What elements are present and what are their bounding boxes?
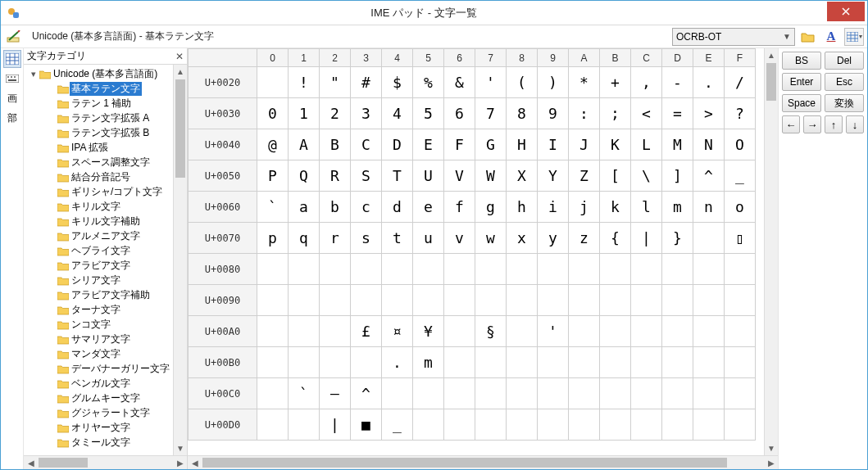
scroll-thumb[interactable] [766, 63, 776, 101]
char-cell[interactable]: k [600, 192, 631, 223]
char-cell[interactable]: d [382, 192, 413, 223]
char-cell[interactable]: f [444, 192, 475, 223]
char-cell[interactable]: & [444, 67, 475, 98]
char-cell[interactable] [662, 409, 693, 441]
tree-item[interactable]: キリル文字補助 [24, 214, 187, 228]
char-cell[interactable] [662, 254, 693, 285]
char-cell[interactable]: i [538, 192, 569, 223]
char-cell[interactable] [320, 316, 351, 347]
scroll-thumb[interactable] [202, 458, 727, 468]
char-cell[interactable]: S [351, 160, 382, 192]
char-cell[interactable] [257, 378, 289, 409]
char-cell[interactable] [600, 409, 631, 441]
close-button[interactable] [827, 2, 865, 21]
char-cell[interactable]: * [569, 67, 600, 98]
right-arrow-button[interactable]: → [803, 115, 821, 133]
scroll-left-icon[interactable]: ◀ [24, 456, 38, 469]
tree-item[interactable]: アラビア文字補助 [24, 287, 187, 302]
char-cell[interactable] [538, 347, 569, 378]
char-cell[interactable] [257, 347, 289, 378]
char-cell[interactable]: D [382, 129, 413, 160]
char-cell[interactable]: 2 [320, 98, 351, 129]
char-cell[interactable]: t [382, 223, 413, 254]
char-cell[interactable] [351, 285, 382, 316]
char-cell[interactable] [725, 316, 756, 347]
char-cell[interactable]: $ [382, 67, 413, 98]
char-cell[interactable]: 0 [257, 98, 289, 129]
char-cell[interactable] [444, 316, 475, 347]
char-cell[interactable] [351, 347, 382, 378]
char-cell[interactable]: Q [289, 160, 320, 192]
char-cell[interactable] [507, 409, 538, 441]
char-cell[interactable]: K [600, 129, 631, 160]
char-cell[interactable]: > [693, 98, 725, 129]
tree-item[interactable]: アルメニア文字 [24, 228, 187, 243]
char-cell[interactable]: | [320, 409, 351, 441]
char-cell[interactable]: _ [382, 409, 413, 441]
char-cell[interactable] [725, 285, 756, 316]
char-cell[interactable] [475, 254, 507, 285]
tree-item[interactable]: オリヤー文字 [24, 420, 187, 435]
char-cell[interactable]: p [257, 223, 289, 254]
char-cell[interactable]: ^ [351, 378, 382, 409]
char-cell[interactable] [569, 254, 600, 285]
tree-root[interactable]: ▾Unicode (基本多言語面) [24, 66, 187, 81]
char-cell[interactable]: n [693, 192, 725, 223]
up-arrow-button[interactable]: ↑ [825, 115, 843, 133]
char-cell[interactable]: % [413, 67, 444, 98]
scroll-down-icon[interactable]: ▼ [765, 441, 778, 455]
char-cell[interactable] [569, 347, 600, 378]
scroll-up-icon[interactable]: ▲ [765, 48, 778, 62]
char-cell[interactable]: L [631, 129, 662, 160]
char-cell[interactable] [693, 347, 725, 378]
char-cell[interactable]: ' [538, 316, 569, 347]
char-cell[interactable] [351, 254, 382, 285]
char-cell[interactable]: { [600, 223, 631, 254]
char-cell[interactable]: E [413, 129, 444, 160]
char-cell[interactable] [289, 285, 320, 316]
bs-button[interactable]: BS [782, 52, 821, 70]
char-cell[interactable]: / [725, 67, 756, 98]
char-cell[interactable]: B [320, 129, 351, 160]
char-cell[interactable] [569, 285, 600, 316]
kanji-mode2-button[interactable]: 部 [3, 109, 21, 127]
char-cell[interactable]: y [538, 223, 569, 254]
char-cell[interactable] [289, 409, 320, 441]
char-cell[interactable]: ▯ [725, 223, 756, 254]
char-cell[interactable]: O [725, 129, 756, 160]
grid-v-scrollbar[interactable]: ▲ ▼ [764, 48, 778, 455]
char-cell[interactable] [631, 285, 662, 316]
char-cell[interactable]: 4 [382, 98, 413, 129]
char-cell[interactable]: 9 [538, 98, 569, 129]
char-cell[interactable]: | [631, 223, 662, 254]
char-cell[interactable] [320, 285, 351, 316]
char-cell[interactable] [257, 285, 289, 316]
char-cell[interactable] [631, 409, 662, 441]
char-cell[interactable]: @ [257, 129, 289, 160]
char-cell[interactable] [382, 378, 413, 409]
char-cell[interactable] [600, 316, 631, 347]
char-cell[interactable] [507, 378, 538, 409]
tree-item[interactable]: マンダ文字 [24, 346, 187, 361]
tree-close-icon[interactable]: ✕ [175, 51, 184, 62]
char-cell[interactable] [631, 378, 662, 409]
char-cell[interactable]: F [444, 129, 475, 160]
char-cell[interactable]: e [413, 192, 444, 223]
scroll-right-icon[interactable]: ▶ [173, 456, 187, 469]
char-cell[interactable] [538, 409, 569, 441]
enter-button[interactable]: Enter [782, 73, 821, 91]
char-cell[interactable]: R [320, 160, 351, 192]
draw-pad-icon[interactable] [4, 28, 24, 46]
char-cell[interactable]: W [475, 160, 507, 192]
char-cell[interactable] [507, 285, 538, 316]
char-cell[interactable] [289, 316, 320, 347]
char-cell[interactable] [257, 409, 289, 441]
font-dropdown[interactable]: OCRB-OT ▼ [672, 28, 795, 46]
char-cell[interactable] [413, 378, 444, 409]
char-cell[interactable] [631, 316, 662, 347]
char-cell[interactable] [725, 347, 756, 378]
char-cell[interactable]: P [257, 160, 289, 192]
char-cell[interactable] [413, 254, 444, 285]
char-cell[interactable] [289, 254, 320, 285]
char-cell[interactable]: < [631, 98, 662, 129]
